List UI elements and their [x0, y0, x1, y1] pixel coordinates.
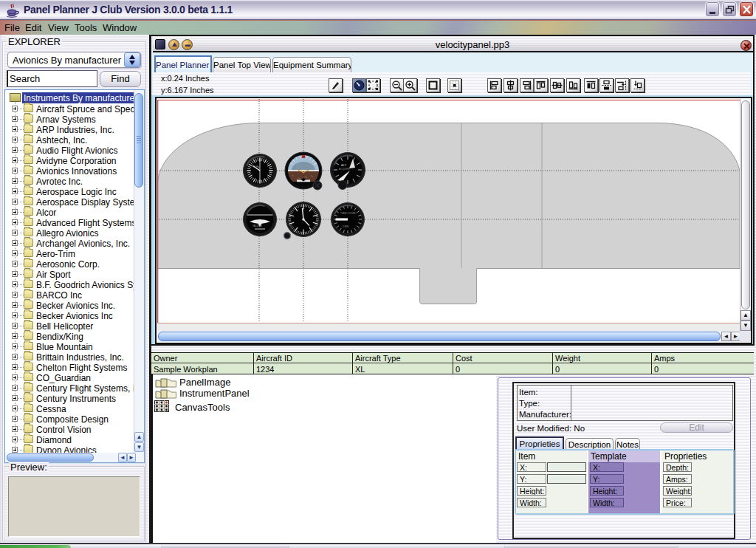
svg-text:IN.Hg: IN.Hg	[253, 165, 259, 168]
svg-text:ALT: ALT	[341, 163, 347, 167]
svg-text:ACQUIRE: ACQUIRE	[339, 168, 350, 171]
svg-text:2 MIN: 2 MIN	[343, 225, 348, 228]
svg-text:TURN COORD: TURN COORD	[340, 212, 357, 215]
svg-text:VACUUM: VACUUM	[252, 225, 262, 227]
